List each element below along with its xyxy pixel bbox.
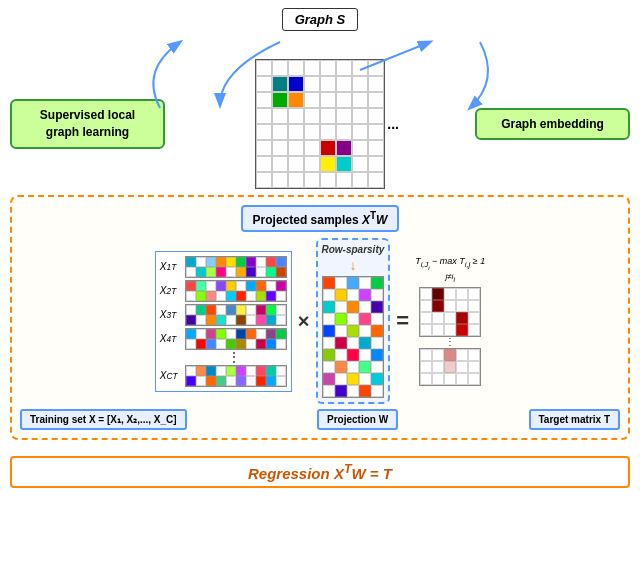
supervised-label-line1: Supervised local bbox=[40, 108, 135, 122]
target-matrix-section: Ti,Ji − max Ti,j ≥ 1 j≠ii ⋮ bbox=[415, 256, 485, 385]
training-set-label: Training set X = [X₁, X₂,..., X_C] bbox=[20, 409, 187, 430]
graph-s-matrix: ... bbox=[255, 59, 385, 189]
target-matrix-block1 bbox=[419, 287, 481, 337]
inner-diagram-row: X1T bbox=[20, 238, 620, 404]
row-sparsity-label: Row-sparsity bbox=[322, 244, 385, 255]
training-matrix-section: X1T bbox=[155, 251, 292, 392]
graph-embedding-box: Graph embedding bbox=[475, 108, 630, 141]
bottom-labels-row: Training set X = [X₁, X₂,..., X_C] Proje… bbox=[20, 409, 620, 430]
xc-label: XCT bbox=[160, 366, 182, 386]
x3-label: X3T bbox=[160, 305, 182, 325]
x1-label: X1T bbox=[160, 257, 182, 277]
target-matrix-block2 bbox=[419, 348, 481, 386]
multiply-sign: × bbox=[298, 310, 310, 333]
graph-s-label: Graph S bbox=[282, 8, 359, 31]
main-diagram-container: Projected samples XTW X1T bbox=[10, 195, 630, 440]
regression-footer: Regression XTW = T bbox=[10, 456, 630, 488]
target-matrix-label: Target matrix T bbox=[529, 409, 621, 430]
supervised-learning-box: Supervised local graph learning bbox=[10, 99, 165, 149]
target-formula: Ti,Ji − max Ti,j ≥ 1 j≠ii bbox=[415, 256, 485, 283]
projected-samples-label: Projected samples XTW bbox=[241, 205, 400, 232]
row-sparsity-section: Row-sparsity ↓ bbox=[316, 238, 391, 404]
equals-sign: = bbox=[396, 308, 409, 334]
supervised-label-line2: graph learning bbox=[46, 125, 129, 139]
graph-embedding-label: Graph embedding bbox=[501, 117, 604, 131]
x2-label: X2T bbox=[160, 281, 182, 301]
x4-label: X4T bbox=[160, 329, 182, 349]
projection-label: Projection W bbox=[317, 409, 398, 430]
